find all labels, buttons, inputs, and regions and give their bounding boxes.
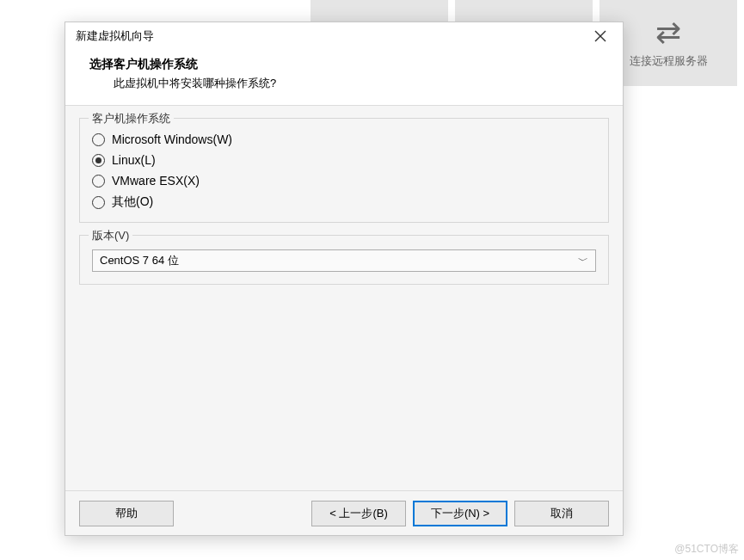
close-button[interactable]: [585, 24, 616, 48]
os-option-vmware-esx[interactable]: VMware ESX(X): [92, 174, 596, 188]
chevron-down-icon: ﹀: [578, 254, 588, 268]
bg-tile-label: 连接远程服务器: [630, 53, 708, 69]
version-dropdown[interactable]: CentOS 7 64 位 ﹀: [92, 249, 596, 272]
dialog-body: 客户机操作系统 Microsoft Windows(W) Linux(L) VM…: [65, 105, 623, 490]
radio-label: VMware ESX(X): [112, 174, 200, 188]
radio-label: Microsoft Windows(W): [112, 132, 232, 146]
new-vm-wizard-dialog: 新建虚拟机向导 选择客户机操作系统 此虚拟机中将安装哪种操作系统? 客户机操作系…: [65, 22, 624, 536]
dialog-title: 新建虚拟机向导: [76, 28, 585, 44]
next-button[interactable]: 下一步(N) >: [413, 501, 507, 526]
dialog-footer: 帮助 < 上一步(B) 下一步(N) > 取消: [65, 490, 623, 535]
radio-icon: [92, 196, 105, 209]
version-selected-value: CentOS 7 64 位: [100, 253, 179, 268]
os-option-other[interactable]: 其他(O): [92, 194, 596, 210]
version-group: 版本(V) CentOS 7 64 位 ﹀: [79, 235, 609, 285]
version-legend: 版本(V): [89, 228, 132, 243]
swap-icon: ⇄: [655, 17, 681, 48]
guest-os-legend: 客户机操作系统: [89, 111, 174, 126]
watermark: @51CTO博客: [674, 542, 739, 557]
os-option-windows[interactable]: Microsoft Windows(W): [92, 132, 596, 146]
radio-icon: [92, 133, 105, 146]
radio-label: 其他(O): [112, 194, 153, 210]
radio-icon: [92, 175, 105, 188]
help-button[interactable]: 帮助: [79, 501, 174, 526]
dialog-heading: 选择客户机操作系统: [89, 57, 599, 72]
os-radio-list: Microsoft Windows(W) Linux(L) VMware ESX…: [92, 127, 596, 210]
back-button[interactable]: < 上一步(B): [311, 501, 406, 526]
dialog-header: 选择客户机操作系统 此虚拟机中将安装哪种操作系统?: [65, 50, 623, 105]
cancel-button[interactable]: 取消: [514, 501, 609, 526]
close-icon: [594, 30, 606, 42]
radio-label: Linux(L): [112, 153, 156, 167]
dialog-titlebar: 新建虚拟机向导: [65, 22, 623, 50]
os-option-linux[interactable]: Linux(L): [92, 153, 596, 167]
guest-os-group: 客户机操作系统 Microsoft Windows(W) Linux(L) VM…: [79, 118, 609, 223]
radio-icon: [92, 154, 105, 167]
dialog-subheading: 此虚拟机中将安装哪种操作系统?: [89, 76, 599, 91]
